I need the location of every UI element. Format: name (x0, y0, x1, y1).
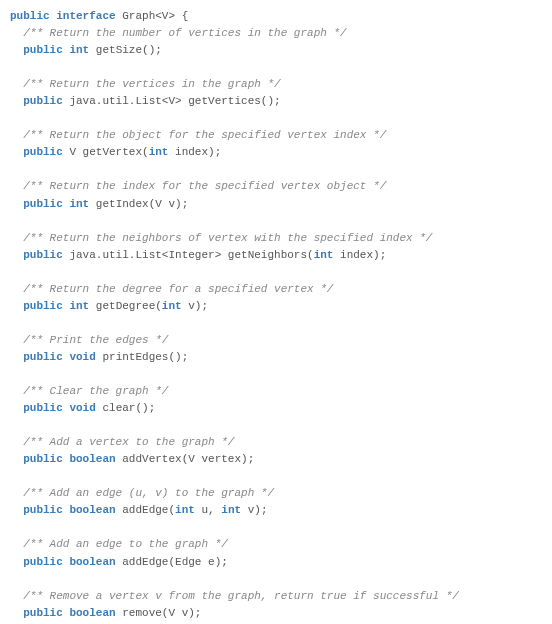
comment: /** Return the neighbors of vertex with … (23, 232, 432, 244)
header-line: public interface Graph<V> { (10, 10, 188, 22)
kw: void (69, 402, 95, 414)
comment: /** Print the edges */ (23, 334, 168, 346)
comment: /** Add an edge (u, v) to the graph */ (23, 487, 274, 499)
kw: int (175, 504, 195, 516)
sig: index); (333, 249, 386, 261)
kw: public (23, 351, 63, 363)
sig: getIndex(V v); (89, 198, 188, 210)
class-name: Graph<V> { (122, 10, 188, 22)
kw: public (23, 249, 63, 261)
sig: index); (168, 146, 221, 158)
sig: getDegree( (89, 300, 162, 312)
kw: public (23, 556, 63, 568)
kw-public: public (10, 10, 50, 22)
kw: void (69, 351, 95, 363)
kw: public (23, 402, 63, 414)
kw: int (69, 44, 89, 56)
kw: public (23, 95, 63, 107)
kw: int (69, 300, 89, 312)
kw: public (23, 504, 63, 516)
sig: u, (195, 504, 221, 516)
sig: addVertex(V vertex); (116, 453, 255, 465)
sig: addEdge( (116, 504, 175, 516)
sig: printEdges(); (96, 351, 188, 363)
comment: /** Clear the graph */ (23, 385, 168, 397)
kw: boolean (69, 453, 115, 465)
comment: /** Add an edge to the graph */ (23, 538, 228, 550)
kw: public (23, 453, 63, 465)
sig: clear(); (96, 402, 155, 414)
kw-interface: interface (56, 10, 115, 22)
kw: boolean (69, 556, 115, 568)
comment: /** Return the vertices in the graph */ (23, 78, 280, 90)
kw: int (314, 249, 334, 261)
comment: /** Remove a vertex v from the graph, re… (23, 590, 459, 602)
kw: int (162, 300, 182, 312)
sig: V getVertex( (63, 146, 149, 158)
sig: java.util.List<Integer> getNeighbors( (63, 249, 314, 261)
kw: int (149, 146, 169, 158)
comment: /** Return the index for the specified v… (23, 180, 386, 192)
comment: /** Return the number of vertices in the… (23, 27, 346, 39)
kw: int (221, 504, 241, 516)
code-block: public interface Graph<V> { /** Return t… (10, 8, 542, 624)
sig: remove(V v); (116, 607, 202, 619)
sig: java.util.List<V> getVertices(); (63, 95, 281, 107)
sig: v); (182, 300, 208, 312)
comment: /** Return the degree for a specified ve… (23, 283, 333, 295)
kw: boolean (69, 607, 115, 619)
sig: getSize(); (89, 44, 162, 56)
sig: addEdge(Edge e); (116, 556, 228, 568)
comment: /** Add a vertex to the graph */ (23, 436, 234, 448)
kw: public (23, 146, 63, 158)
kw: int (69, 198, 89, 210)
comment: /** Return the object for the specified … (23, 129, 386, 141)
kw: public (23, 44, 63, 56)
kw: public (23, 607, 63, 619)
kw: public (23, 300, 63, 312)
kw: public (23, 198, 63, 210)
kw: boolean (69, 504, 115, 516)
sig: v); (241, 504, 267, 516)
